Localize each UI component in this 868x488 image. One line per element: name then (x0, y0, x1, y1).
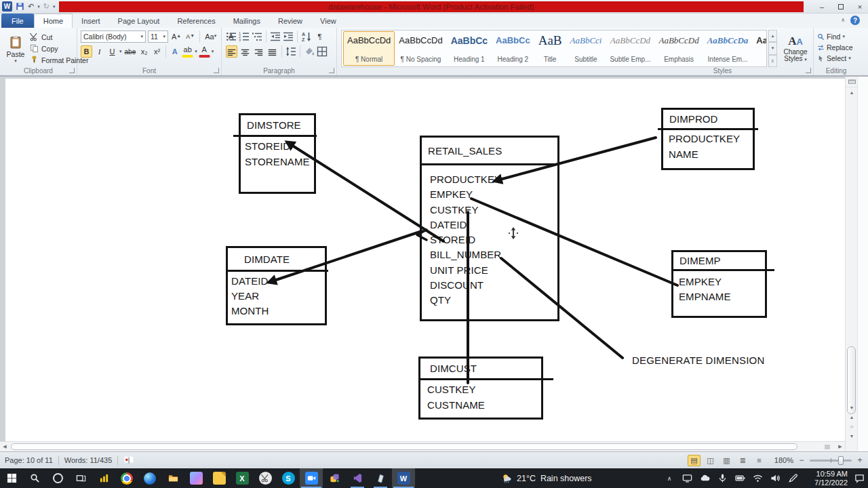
tab-file[interactable]: File (1, 14, 34, 28)
tab-view[interactable]: View (311, 14, 345, 28)
align-left-button[interactable] (226, 45, 237, 58)
microphone-icon[interactable] (713, 473, 731, 483)
style-no-spacing[interactable]: AaBbCcDd¶ No Spacing (395, 31, 446, 66)
style-heading-2[interactable]: AaBbCcHeading 2 (492, 31, 534, 66)
scroll-right-icon[interactable]: ▶ (835, 442, 845, 452)
increase-indent-icon[interactable] (283, 31, 294, 42)
style-title[interactable]: AaBTitle (534, 31, 566, 66)
entity-box-dimstore[interactable]: DIMSTORE STOREIDSTORENAME (239, 113, 316, 194)
show-paragraph-marks-button[interactable]: ¶ (314, 30, 326, 43)
task-view-icon[interactable] (69, 468, 92, 488)
style-subtle-emphasis[interactable]: AaBbCcDdSubtle Emp... (606, 31, 654, 66)
superscript-button[interactable]: x² (151, 45, 163, 58)
start-button[interactable] (0, 468, 23, 488)
zoom-slider-handle[interactable] (838, 456, 844, 465)
zoom-level[interactable]: 180% (774, 456, 793, 464)
scroll-down-icon[interactable]: ▼ (846, 403, 858, 412)
cortana-icon[interactable] (46, 468, 69, 488)
sort-icon[interactable] (301, 31, 312, 42)
bold-button[interactable]: B (81, 45, 92, 58)
undo-dropdown-icon[interactable]: ▾ (37, 4, 40, 9)
gallery-up-icon[interactable]: ▲ (768, 30, 777, 42)
align-center-button[interactable] (239, 45, 251, 58)
text-highlight-button[interactable]: ab (182, 45, 193, 58)
minimize-ribbon-icon[interactable]: ∧ (841, 17, 845, 23)
zoom-in-icon[interactable]: + (855, 455, 865, 465)
search-icon[interactable] (23, 468, 46, 488)
weather-widget[interactable]: 21°C Rain showers (502, 468, 592, 488)
select-button[interactable]: Select▾ (817, 53, 853, 64)
ruler-toggle-icon[interactable] (846, 77, 858, 87)
horizontal-scrollbar[interactable]: ◀ ▶ (0, 441, 845, 451)
skype-icon[interactable]: S (277, 468, 300, 488)
style-intense-emphasis[interactable]: AaBbCcDaIntense Em... (703, 31, 753, 66)
gallery-more-icon[interactable]: ≡ (768, 55, 777, 67)
file-explorer-icon[interactable] (161, 468, 184, 488)
word-count[interactable]: Words: 11/435 (64, 456, 113, 464)
change-styles-button[interactable]: AA Change Styles ▾ (779, 30, 812, 67)
previous-page-icon[interactable]: ▲ (846, 412, 858, 422)
visual-studio-icon[interactable] (346, 468, 369, 488)
underline-button[interactable]: U (106, 45, 118, 58)
scroll-up-icon[interactable]: ▲ (846, 87, 858, 97)
select-browse-object-icon[interactable]: ○ (846, 422, 858, 431)
wifi-icon[interactable] (749, 473, 766, 483)
page-indicator[interactable]: Page: 10 of 11 (5, 456, 53, 464)
paint-3d-icon[interactable] (184, 468, 208, 488)
taskbar-clock[interactable]: 10:59 AM7/12/2022 (806, 470, 848, 487)
repeat-icon[interactable]: ↻ (43, 1, 50, 12)
horizontal-scroll-thumb[interactable] (11, 443, 797, 450)
replace-button[interactable]: Replace (817, 42, 853, 53)
scroll-left-icon[interactable]: ◀ (0, 442, 9, 452)
battery-icon[interactable] (731, 473, 749, 483)
justify-button[interactable] (267, 45, 278, 58)
italic-button[interactable]: I (94, 45, 105, 58)
tab-insert[interactable]: Insert (73, 14, 109, 28)
shrink-font-button[interactable]: A▼ (184, 30, 196, 43)
full-screen-reading-view-icon[interactable]: ◫ (704, 455, 717, 466)
font-color-button[interactable]: A (199, 45, 210, 58)
screen-capture-icon[interactable] (254, 468, 277, 488)
font-dialog-launcher-icon[interactable] (214, 68, 219, 73)
outline-view-icon[interactable]: ≣ (736, 455, 749, 466)
print-layout-view-icon[interactable]: ▤ (688, 455, 701, 466)
draft-view-icon[interactable]: ≡ (753, 455, 766, 466)
line-spacing-icon[interactable] (285, 46, 296, 57)
paste-button[interactable]: Paste ▾ (5, 30, 26, 67)
next-page-icon[interactable]: ▼ (846, 431, 858, 441)
zoom-slider[interactable] (810, 460, 852, 462)
word-logo-icon[interactable]: W (2, 1, 12, 12)
bullets-icon[interactable] (226, 31, 237, 42)
style-emphasis[interactable]: AaBbCcDdEmphasis (654, 31, 703, 66)
clipboard-dialog-launcher-icon[interactable] (69, 68, 75, 73)
entity-box-dimprod[interactable]: DIMPROD PRODUCTKEYNAME (661, 108, 755, 170)
zoom-out-icon[interactable]: − (797, 455, 806, 465)
onedrive-icon[interactable] (696, 473, 713, 483)
vertical-scroll-track[interactable] (846, 97, 857, 403)
align-right-button[interactable] (253, 45, 264, 58)
pen-icon[interactable] (784, 473, 802, 483)
multilevel-list-icon[interactable] (252, 31, 262, 42)
ssms-icon[interactable] (369, 468, 392, 488)
font-size-combo[interactable]: 11▾ (148, 30, 168, 43)
grow-font-button[interactable]: A▲ (170, 30, 182, 43)
tab-review[interactable]: Review (269, 14, 311, 28)
style-subtitle[interactable]: AaBbCciSubtitle (566, 31, 606, 66)
word-taskbar-icon[interactable]: W (392, 468, 415, 488)
entity-box-dimdate[interactable]: DIMDATE DATEIDYEARMONTH (226, 246, 327, 325)
proofing-errors-icon[interactable] (123, 455, 134, 466)
find-button[interactable]: Find▾ (817, 31, 853, 42)
chrome-icon[interactable] (115, 468, 138, 488)
tab-page-layout[interactable]: Page Layout (109, 14, 169, 28)
borders-icon[interactable] (317, 46, 328, 57)
font-family-combo[interactable]: Calibri (Body)▾ (81, 30, 146, 43)
save-icon[interactable] (16, 2, 24, 11)
snip-sketch-icon[interactable] (323, 468, 346, 488)
style-heading-1[interactable]: AaBbCcHeading 1 (447, 31, 492, 66)
tab-references[interactable]: References (168, 14, 224, 28)
edge-icon[interactable] (138, 468, 161, 488)
style-strong[interactable]: AaBbCcDcStrong (752, 31, 767, 66)
decrease-indent-icon[interactable] (270, 31, 281, 42)
restore-button[interactable] (834, 1, 848, 12)
web-layout-view-icon[interactable]: ▥ (720, 455, 733, 466)
